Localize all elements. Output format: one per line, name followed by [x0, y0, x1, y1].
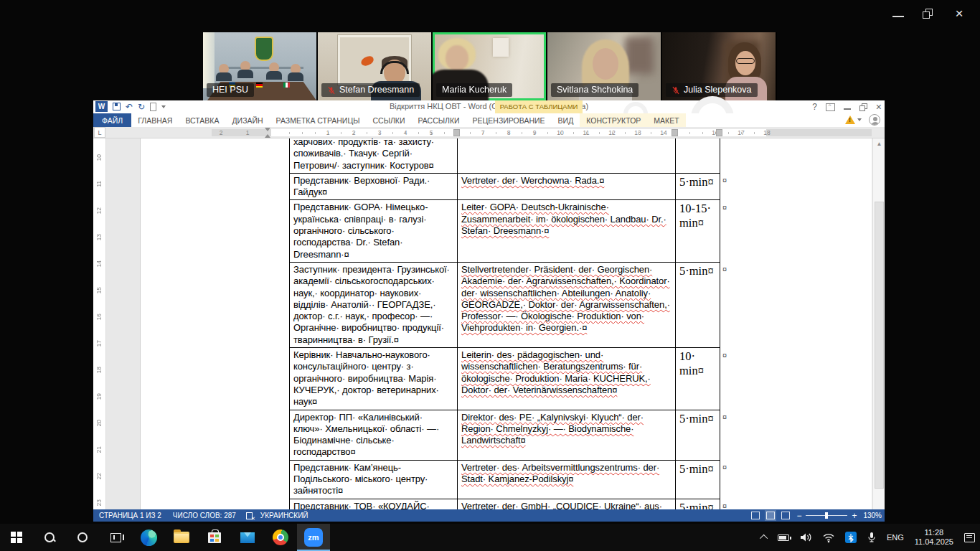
zoom-out-icon[interactable]: −: [796, 512, 801, 519]
table-cell-de[interactable]: Direktor· des· PE· „Kalynivskyi· Klyuch“…: [458, 410, 676, 460]
table-column-marker[interactable]: [672, 129, 678, 136]
video-tile-svitlana-shchokina[interactable]: Svitlana Shchokina: [547, 32, 661, 100]
task-view-button[interactable]: [99, 524, 132, 551]
table-cell-ua[interactable]: харчових· продуктів· та· захисту· спожив…: [290, 138, 458, 173]
action-center-button[interactable]: [959, 524, 980, 551]
close-icon[interactable]: ×: [951, 7, 967, 20]
table-cell-time[interactable]: 5·min¤: [676, 499, 720, 509]
table-column-marker[interactable]: [453, 129, 460, 136]
save-icon[interactable]: [113, 103, 121, 110]
table-cell-ua[interactable]: Заступник· президента· Грузинської· акад…: [290, 262, 458, 347]
table-cell-ua[interactable]: Представник· GOPA· Німецько-українська· …: [290, 200, 458, 262]
language-indicator[interactable]: УКРАИНСКИЙ: [255, 512, 314, 519]
tab-file[interactable]: ФАЙЛ: [93, 113, 131, 127]
account-icon[interactable]: [869, 114, 880, 126]
proofing-errors-icon[interactable]: ✕: [246, 512, 255, 520]
vertical-ruler[interactable]: 1011121314151617181920212223: [93, 138, 106, 509]
document-page[interactable]: харчових· продуктів· та· захисту· спожив…: [141, 138, 872, 509]
start-button[interactable]: [0, 524, 33, 551]
video-tile-hei-psu[interactable]: HEI PSU: [203, 32, 316, 100]
table-cell-ua[interactable]: Представник· Верховної· Ради.· Гайдук¤: [290, 173, 458, 200]
cortana-button[interactable]: [66, 524, 99, 551]
tab-mailings[interactable]: РАССЫЛКИ: [412, 113, 466, 127]
tab-view[interactable]: ВИД: [552, 113, 580, 127]
read-mode-icon[interactable]: [751, 512, 760, 519]
table-cell-ua[interactable]: Представник· ТОВ· «КОУДАЙС· Україна»· Ль…: [290, 499, 458, 509]
web-layout-icon[interactable]: [781, 512, 790, 519]
zoom-slider-track[interactable]: [806, 515, 847, 516]
volume-button[interactable]: [794, 524, 817, 551]
table-column-marker[interactable]: [716, 129, 722, 136]
mail-button[interactable]: [231, 524, 264, 551]
activation-warning-icon[interactable]: [845, 116, 855, 124]
horizontal-ruler[interactable]: L 211234567891011121314161718: [93, 127, 885, 138]
minimize-icon[interactable]: [892, 10, 904, 17]
warning-dropdown-icon[interactable]: [857, 118, 862, 121]
table-cell-ua[interactable]: Директор· ПП· «Калинівський· ключ»· Хмел…: [290, 410, 458, 460]
restore-icon[interactable]: [923, 9, 933, 19]
edge-button[interactable]: [132, 524, 165, 551]
tab-table-design[interactable]: КОНСТРУКТОР: [580, 113, 647, 127]
page-indicator[interactable]: СТРАНИЦА 1 ИЗ 2: [93, 512, 167, 519]
clock[interactable]: 11:28 11.04.2025: [909, 528, 959, 547]
video-tile-julia-slepenkova[interactable]: Julia Slepenkova: [662, 32, 776, 100]
table-cell-time[interactable]: 10· min¤: [676, 348, 720, 410]
table-cell-ua[interactable]: Представник· Кам’янець-Подільського· міс…: [290, 460, 458, 499]
table-cell-time[interactable]: 5·min¤: [676, 460, 720, 499]
tab-page-layout[interactable]: РАЗМЕТКА СТРАНИЦЫ: [270, 113, 367, 127]
search-button[interactable]: [33, 524, 66, 551]
store-button[interactable]: [198, 524, 231, 551]
table-cell-de[interactable]: Leiterin· des· pädagogischen· und· wisse…: [458, 348, 676, 410]
ribbon-display-options-icon[interactable]: [826, 103, 835, 111]
microphone-button[interactable]: [862, 524, 882, 551]
table-cell-de[interactable]: Stellvertretender· Präsident· der· Georg…: [458, 262, 676, 347]
wifi-button[interactable]: [817, 524, 840, 551]
undo-icon[interactable]: ↶: [126, 102, 133, 112]
vertical-scrollbar[interactable]: ▲: [872, 138, 885, 509]
table-cell-de[interactable]: Vertreter· der· Werchowna· Rada.¤: [458, 173, 676, 200]
chrome-button[interactable]: [264, 524, 297, 551]
table-cell-de[interactable]: Vertreter· des· Arbeitsvermittlungszentr…: [458, 460, 676, 499]
print-layout-icon[interactable]: [766, 512, 775, 519]
zoom-slider-thumb[interactable]: [825, 512, 828, 519]
touch-mode-icon[interactable]: [150, 103, 156, 111]
table-cell-time[interactable]: 5·min¤: [676, 173, 720, 200]
language-button[interactable]: ENG: [882, 524, 909, 551]
tab-home[interactable]: ГЛАВНАЯ: [131, 113, 179, 127]
indent-marker[interactable]: [265, 128, 270, 138]
file-explorer-button[interactable]: [165, 524, 198, 551]
tray-overflow-button[interactable]: [757, 524, 773, 551]
video-tile-stefan-dreesmann[interactable]: Stefan Dreesmann: [318, 32, 431, 100]
help-icon[interactable]: ?: [812, 102, 817, 112]
restore-icon[interactable]: [859, 103, 867, 111]
word-count[interactable]: ЧИСЛО СЛОВ: 287: [167, 512, 242, 519]
tab-table-layout[interactable]: МАКЕТ: [647, 113, 685, 127]
table-cell-de[interactable]: [458, 138, 676, 173]
table-cell-time[interactable]: 5·min¤: [676, 410, 720, 460]
zoom-level[interactable]: 130%: [863, 512, 882, 519]
minimize-icon[interactable]: [844, 105, 851, 110]
table-cell-time[interactable]: 10-15· min¤: [676, 200, 720, 262]
scroll-up-icon[interactable]: ▲: [875, 140, 883, 148]
tab-design[interactable]: ДИЗАЙН: [225, 113, 269, 127]
table-cell-ua[interactable]: Керівник· Навчально-наукового· консульта…: [290, 348, 458, 410]
tab-insert[interactable]: ВСТАВКА: [179, 113, 225, 127]
tab-references[interactable]: ССЫЛКИ: [366, 113, 411, 127]
redo-icon[interactable]: ↻: [138, 102, 145, 112]
zoom-in-icon[interactable]: +: [852, 512, 857, 519]
video-tile-mariia-kucheruk[interactable]: Mariia Kucheruk: [433, 32, 546, 100]
tab-selector[interactable]: L: [94, 127, 105, 138]
word-logo-icon[interactable]: W: [95, 101, 108, 112]
battery-button[interactable]: [773, 524, 794, 551]
table-cell-time[interactable]: [676, 138, 720, 173]
table-cell-de[interactable]: Leiter· GOPA· Deutsch-Ukrainische· Zusam…: [458, 200, 676, 262]
table-cell-de[interactable]: Vertreter· der· GmbH· „COUDICE· Ukraine“…: [458, 499, 676, 509]
zoom-app-button[interactable]: zm: [297, 524, 330, 551]
word-title-bar[interactable]: W ↶ ↻ Відкриття НКЦ ОВТ - Word (Сбой акт…: [93, 100, 885, 113]
bluetooth-button[interactable]: [840, 524, 862, 551]
close-icon[interactable]: ×: [876, 101, 882, 113]
tab-review[interactable]: РЕЦЕНЗИРОВАНИЕ: [466, 113, 552, 127]
qat-customize-icon[interactable]: [161, 105, 166, 108]
scrollbar-thumb[interactable]: [875, 202, 884, 489]
table-cell-time[interactable]: 5·min¤: [676, 262, 720, 347]
